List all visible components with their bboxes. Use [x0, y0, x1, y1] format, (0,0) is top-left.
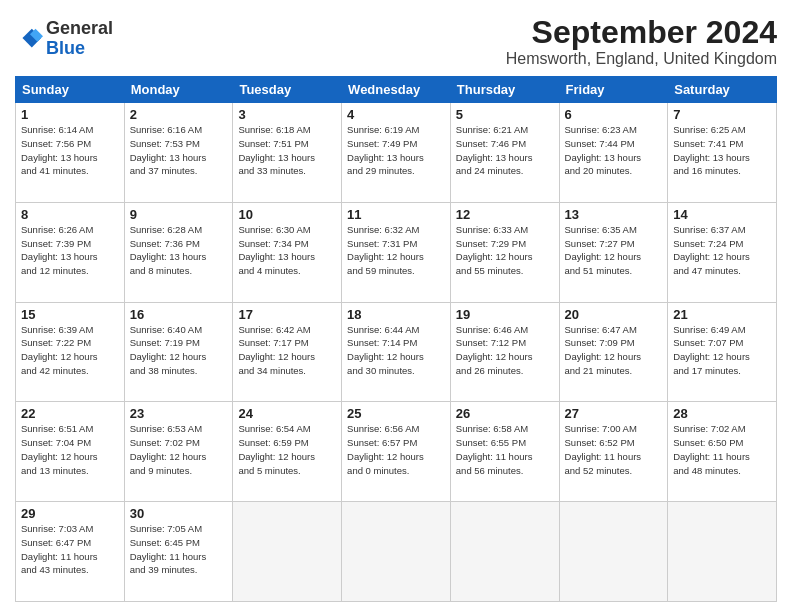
- logo-text: General Blue: [46, 19, 113, 59]
- day-detail: Sunrise: 7:05 AM Sunset: 6:45 PM Dayligh…: [130, 522, 228, 577]
- table-row: 6Sunrise: 6:23 AM Sunset: 7:44 PM Daylig…: [559, 103, 668, 203]
- page: General Blue September 2024 Hemsworth, E…: [0, 0, 792, 612]
- day-detail: Sunrise: 6:16 AM Sunset: 7:53 PM Dayligh…: [130, 123, 228, 178]
- day-detail: Sunrise: 6:46 AM Sunset: 7:12 PM Dayligh…: [456, 323, 554, 378]
- day-number: 3: [238, 107, 336, 122]
- table-row: 24Sunrise: 6:54 AM Sunset: 6:59 PM Dayli…: [233, 402, 342, 502]
- table-row: 8Sunrise: 6:26 AM Sunset: 7:39 PM Daylig…: [16, 202, 125, 302]
- day-number: 2: [130, 107, 228, 122]
- day-detail: Sunrise: 6:49 AM Sunset: 7:07 PM Dayligh…: [673, 323, 771, 378]
- day-number: 27: [565, 406, 663, 421]
- day-number: 14: [673, 207, 771, 222]
- table-row: 20Sunrise: 6:47 AM Sunset: 7:09 PM Dayli…: [559, 302, 668, 402]
- table-row: 5Sunrise: 6:21 AM Sunset: 7:46 PM Daylig…: [450, 103, 559, 203]
- calendar-week-3: 15Sunrise: 6:39 AM Sunset: 7:22 PM Dayli…: [16, 302, 777, 402]
- day-detail: Sunrise: 6:19 AM Sunset: 7:49 PM Dayligh…: [347, 123, 445, 178]
- day-detail: Sunrise: 6:33 AM Sunset: 7:29 PM Dayligh…: [456, 223, 554, 278]
- col-tuesday: Tuesday: [233, 77, 342, 103]
- day-detail: Sunrise: 6:25 AM Sunset: 7:41 PM Dayligh…: [673, 123, 771, 178]
- header: General Blue September 2024 Hemsworth, E…: [15, 15, 777, 68]
- table-row: [668, 502, 777, 602]
- day-detail: Sunrise: 6:14 AM Sunset: 7:56 PM Dayligh…: [21, 123, 119, 178]
- day-number: 25: [347, 406, 445, 421]
- table-row: 10Sunrise: 6:30 AM Sunset: 7:34 PM Dayli…: [233, 202, 342, 302]
- day-number: 17: [238, 307, 336, 322]
- table-row: 15Sunrise: 6:39 AM Sunset: 7:22 PM Dayli…: [16, 302, 125, 402]
- day-detail: Sunrise: 7:00 AM Sunset: 6:52 PM Dayligh…: [565, 422, 663, 477]
- day-number: 24: [238, 406, 336, 421]
- calendar-week-4: 22Sunrise: 6:51 AM Sunset: 7:04 PM Dayli…: [16, 402, 777, 502]
- day-detail: Sunrise: 6:39 AM Sunset: 7:22 PM Dayligh…: [21, 323, 119, 378]
- calendar-week-5: 29Sunrise: 7:03 AM Sunset: 6:47 PM Dayli…: [16, 502, 777, 602]
- day-number: 13: [565, 207, 663, 222]
- col-saturday: Saturday: [668, 77, 777, 103]
- day-detail: Sunrise: 6:47 AM Sunset: 7:09 PM Dayligh…: [565, 323, 663, 378]
- table-row: 13Sunrise: 6:35 AM Sunset: 7:27 PM Dayli…: [559, 202, 668, 302]
- table-row: 9Sunrise: 6:28 AM Sunset: 7:36 PM Daylig…: [124, 202, 233, 302]
- table-row: 23Sunrise: 6:53 AM Sunset: 7:02 PM Dayli…: [124, 402, 233, 502]
- table-row: 1Sunrise: 6:14 AM Sunset: 7:56 PM Daylig…: [16, 103, 125, 203]
- day-number: 22: [21, 406, 119, 421]
- table-row: 19Sunrise: 6:46 AM Sunset: 7:12 PM Dayli…: [450, 302, 559, 402]
- page-title: September 2024: [506, 15, 777, 50]
- day-detail: Sunrise: 6:37 AM Sunset: 7:24 PM Dayligh…: [673, 223, 771, 278]
- table-row: 2Sunrise: 6:16 AM Sunset: 7:53 PM Daylig…: [124, 103, 233, 203]
- table-row: 3Sunrise: 6:18 AM Sunset: 7:51 PM Daylig…: [233, 103, 342, 203]
- table-row: [233, 502, 342, 602]
- col-thursday: Thursday: [450, 77, 559, 103]
- day-number: 30: [130, 506, 228, 521]
- calendar-week-2: 8Sunrise: 6:26 AM Sunset: 7:39 PM Daylig…: [16, 202, 777, 302]
- day-number: 26: [456, 406, 554, 421]
- calendar-table: Sunday Monday Tuesday Wednesday Thursday…: [15, 76, 777, 602]
- title-block: September 2024 Hemsworth, England, Unite…: [506, 15, 777, 68]
- logo: General Blue: [15, 19, 113, 59]
- table-row: 7Sunrise: 6:25 AM Sunset: 7:41 PM Daylig…: [668, 103, 777, 203]
- table-row: 26Sunrise: 6:58 AM Sunset: 6:55 PM Dayli…: [450, 402, 559, 502]
- day-detail: Sunrise: 6:30 AM Sunset: 7:34 PM Dayligh…: [238, 223, 336, 278]
- table-row: 21Sunrise: 6:49 AM Sunset: 7:07 PM Dayli…: [668, 302, 777, 402]
- table-row: 30Sunrise: 7:05 AM Sunset: 6:45 PM Dayli…: [124, 502, 233, 602]
- day-detail: Sunrise: 6:54 AM Sunset: 6:59 PM Dayligh…: [238, 422, 336, 477]
- day-detail: Sunrise: 6:40 AM Sunset: 7:19 PM Dayligh…: [130, 323, 228, 378]
- day-number: 7: [673, 107, 771, 122]
- logo-icon: [15, 25, 43, 53]
- col-sunday: Sunday: [16, 77, 125, 103]
- col-wednesday: Wednesday: [342, 77, 451, 103]
- day-detail: Sunrise: 6:44 AM Sunset: 7:14 PM Dayligh…: [347, 323, 445, 378]
- day-detail: Sunrise: 6:18 AM Sunset: 7:51 PM Dayligh…: [238, 123, 336, 178]
- day-number: 23: [130, 406, 228, 421]
- table-row: 22Sunrise: 6:51 AM Sunset: 7:04 PM Dayli…: [16, 402, 125, 502]
- table-row: 17Sunrise: 6:42 AM Sunset: 7:17 PM Dayli…: [233, 302, 342, 402]
- day-detail: Sunrise: 6:51 AM Sunset: 7:04 PM Dayligh…: [21, 422, 119, 477]
- day-number: 5: [456, 107, 554, 122]
- day-number: 16: [130, 307, 228, 322]
- day-detail: Sunrise: 6:23 AM Sunset: 7:44 PM Dayligh…: [565, 123, 663, 178]
- day-detail: Sunrise: 6:53 AM Sunset: 7:02 PM Dayligh…: [130, 422, 228, 477]
- table-row: 18Sunrise: 6:44 AM Sunset: 7:14 PM Dayli…: [342, 302, 451, 402]
- table-row: 14Sunrise: 6:37 AM Sunset: 7:24 PM Dayli…: [668, 202, 777, 302]
- day-detail: Sunrise: 7:02 AM Sunset: 6:50 PM Dayligh…: [673, 422, 771, 477]
- day-detail: Sunrise: 6:26 AM Sunset: 7:39 PM Dayligh…: [21, 223, 119, 278]
- day-detail: Sunrise: 7:03 AM Sunset: 6:47 PM Dayligh…: [21, 522, 119, 577]
- day-number: 20: [565, 307, 663, 322]
- day-number: 15: [21, 307, 119, 322]
- table-row: 4Sunrise: 6:19 AM Sunset: 7:49 PM Daylig…: [342, 103, 451, 203]
- day-detail: Sunrise: 6:35 AM Sunset: 7:27 PM Dayligh…: [565, 223, 663, 278]
- logo-blue: Blue: [46, 39, 113, 59]
- col-friday: Friday: [559, 77, 668, 103]
- table-row: [450, 502, 559, 602]
- calendar-header-row: Sunday Monday Tuesday Wednesday Thursday…: [16, 77, 777, 103]
- day-number: 19: [456, 307, 554, 322]
- page-subtitle: Hemsworth, England, United Kingdom: [506, 50, 777, 68]
- table-row: 16Sunrise: 6:40 AM Sunset: 7:19 PM Dayli…: [124, 302, 233, 402]
- table-row: 27Sunrise: 7:00 AM Sunset: 6:52 PM Dayli…: [559, 402, 668, 502]
- day-number: 4: [347, 107, 445, 122]
- day-detail: Sunrise: 6:56 AM Sunset: 6:57 PM Dayligh…: [347, 422, 445, 477]
- table-row: 28Sunrise: 7:02 AM Sunset: 6:50 PM Dayli…: [668, 402, 777, 502]
- table-row: 29Sunrise: 7:03 AM Sunset: 6:47 PM Dayli…: [16, 502, 125, 602]
- table-row: [342, 502, 451, 602]
- day-number: 9: [130, 207, 228, 222]
- day-number: 21: [673, 307, 771, 322]
- day-number: 10: [238, 207, 336, 222]
- table-row: 12Sunrise: 6:33 AM Sunset: 7:29 PM Dayli…: [450, 202, 559, 302]
